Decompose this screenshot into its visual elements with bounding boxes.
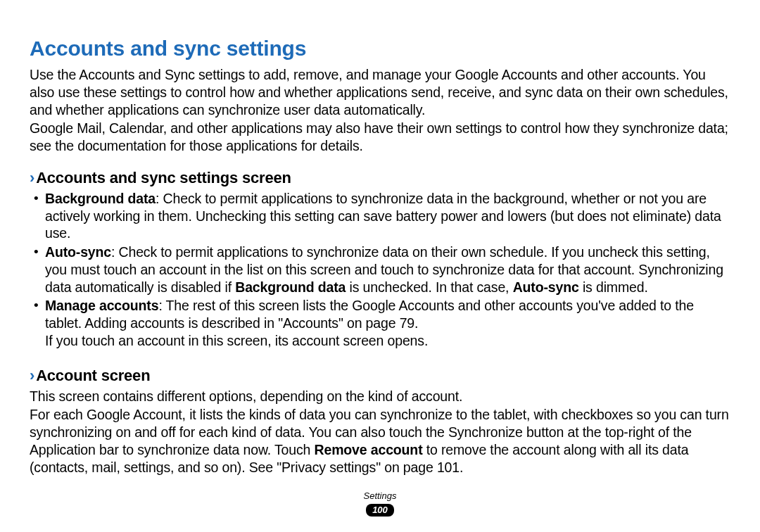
term-manage-accounts: Manage accounts bbox=[45, 298, 158, 313]
inline-bold: Auto-sync bbox=[513, 279, 579, 295]
list-item: Auto-sync: Check to permit applications … bbox=[45, 243, 730, 296]
page-footer: Settings 100 bbox=[0, 490, 760, 517]
chevron-right-icon: › bbox=[30, 169, 34, 186]
bullet-list: Background data: Check to permit applica… bbox=[30, 190, 730, 350]
subheading-text: Account screen bbox=[36, 367, 150, 384]
footer-section-label: Settings bbox=[0, 490, 760, 501]
term-background-data: Background data bbox=[45, 191, 156, 206]
account-screen-paragraph-1: This screen contains different options, … bbox=[30, 388, 730, 405]
term-auto-sync: Auto-sync bbox=[45, 244, 111, 260]
list-item-text: is unchecked. In that case, bbox=[346, 279, 512, 295]
subheading-text: Accounts and sync settings screen bbox=[36, 169, 291, 186]
page-title: Accounts and sync settings bbox=[30, 37, 730, 61]
chevron-right-icon: › bbox=[30, 367, 34, 384]
subheading-account-screen: ›Account screen bbox=[30, 367, 730, 385]
subheading-sync-screen: ›Accounts and sync settings screen bbox=[30, 169, 730, 187]
inline-bold: Background data bbox=[235, 279, 346, 295]
inline-bold: Remove account bbox=[315, 442, 423, 457]
intro-paragraph-1: Use the Accounts and Sync settings to ad… bbox=[30, 66, 730, 118]
document-page: Accounts and sync settings Use the Accou… bbox=[0, 0, 760, 532]
list-item: Manage accounts: The rest of this screen… bbox=[45, 297, 730, 349]
account-screen-paragraph-2: For each Google Account, it lists the ki… bbox=[30, 406, 730, 476]
list-item: Background data: Check to permit applica… bbox=[45, 190, 730, 242]
intro-paragraph-2: Google Mail, Calendar, and other applica… bbox=[30, 120, 730, 155]
list-item-text: is dimmed. bbox=[579, 279, 648, 295]
list-item-text: If you touch an account in this screen, … bbox=[45, 333, 428, 348]
page-number-badge: 100 bbox=[366, 504, 394, 517]
